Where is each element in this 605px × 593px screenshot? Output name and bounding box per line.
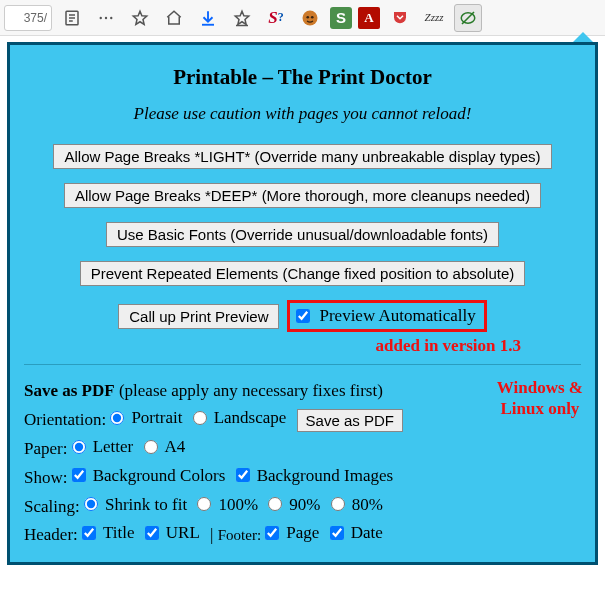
sleep-icon[interactable]: Zzzz xyxy=(420,4,448,32)
deep-breaks-button[interactable]: Allow Page Breaks *DEEP* (More thorough,… xyxy=(64,183,541,208)
paper-label: Paper: xyxy=(24,439,67,458)
svg-point-5 xyxy=(105,16,107,18)
url-checkbox[interactable] xyxy=(145,526,159,540)
more-icon[interactable] xyxy=(92,4,120,32)
scale100-option[interactable]: 100% xyxy=(197,491,258,518)
show-label: Show: xyxy=(24,467,67,486)
save-pdf-button[interactable]: Save as PDF xyxy=(297,409,403,432)
svg-marker-7 xyxy=(133,11,147,24)
pocket-icon[interactable] xyxy=(386,4,414,32)
urlbar-fragment[interactable]: 375/ xyxy=(4,5,52,31)
preview-auto-text: Preview Automatically xyxy=(319,306,475,326)
panel-title: Printable – The Print Doctor xyxy=(24,65,581,90)
date-checkbox[interactable] xyxy=(330,526,344,540)
bookmark-shortcut-icon[interactable] xyxy=(228,4,256,32)
popup-wrapper: Printable – The Print Doctor Please use … xyxy=(0,36,605,572)
orientation-label: Orientation: xyxy=(24,410,106,429)
tampermonkey-icon[interactable] xyxy=(296,4,324,32)
shrink-option[interactable]: Shrink to fit xyxy=(84,491,187,518)
header-label: Header: xyxy=(24,525,78,544)
hf-divider: | xyxy=(210,525,218,544)
svg-point-13 xyxy=(306,15,309,18)
platform-note-line1: Windows & xyxy=(497,378,583,397)
title-checkbox[interactable] xyxy=(82,526,96,540)
letter-option[interactable]: Letter xyxy=(72,433,134,460)
landscape-option[interactable]: Landscape xyxy=(193,404,287,431)
preview-auto-label[interactable]: Preview Automatically xyxy=(287,300,486,332)
bgcolors-checkbox[interactable] xyxy=(72,468,86,482)
portrait-radio[interactable] xyxy=(110,411,124,425)
bgimages-option[interactable]: Background Images xyxy=(236,462,393,489)
urlbar-text: 375/ xyxy=(24,11,47,25)
portrait-option[interactable]: Portrait xyxy=(110,404,182,431)
acrobat-icon[interactable]: A xyxy=(358,7,380,29)
platform-note: Windows & Linux only xyxy=(497,377,583,420)
svg-marker-10 xyxy=(235,11,249,24)
basic-fonts-button[interactable]: Use Basic Fonts (Override unusual/downlo… xyxy=(106,222,499,247)
page-option[interactable]: Page xyxy=(265,519,319,546)
save-pdf-header: Save as PDF xyxy=(24,381,115,400)
print-preview-button[interactable]: Call up Print Preview xyxy=(118,304,279,329)
title-option[interactable]: Title xyxy=(82,519,135,546)
printable-panel: Printable – The Print Doctor Please use … xyxy=(7,42,598,565)
landscape-radio[interactable] xyxy=(193,411,207,425)
bgimages-checkbox[interactable] xyxy=(236,468,250,482)
session-icon[interactable]: S xyxy=(330,7,352,29)
separator xyxy=(24,364,581,365)
warning-text: Please use caution with pages you cannot… xyxy=(24,104,581,124)
prevent-repeated-button[interactable]: Prevent Repeated Elements (Change fixed … xyxy=(80,261,526,286)
home-icon[interactable] xyxy=(160,4,188,32)
browser-toolbar: 375/ S? S A Zzzz xyxy=(0,0,605,36)
letter-radio[interactable] xyxy=(72,440,86,454)
scale80-radio[interactable] xyxy=(331,497,345,511)
a4-radio[interactable] xyxy=(144,440,158,454)
a4-option[interactable]: A4 xyxy=(144,433,186,460)
scale100-radio[interactable] xyxy=(197,497,211,511)
bookmark-star-icon[interactable] xyxy=(126,4,154,32)
preview-auto-checkbox[interactable] xyxy=(296,309,310,323)
scale80-option[interactable]: 80% xyxy=(331,491,383,518)
platform-note-line2: Linux only xyxy=(500,399,579,418)
bgcolors-option[interactable]: Background Colors xyxy=(72,462,226,489)
shrink-radio[interactable] xyxy=(84,497,98,511)
light-breaks-button[interactable]: Allow Page Breaks *LIGHT* (Override many… xyxy=(53,144,551,169)
scaling-label: Scaling: xyxy=(24,496,80,515)
added-note: added in version 1.3 xyxy=(24,336,581,356)
svg-point-4 xyxy=(100,16,102,18)
svg-point-12 xyxy=(303,10,318,25)
stylish-icon[interactable]: S? xyxy=(262,4,290,32)
scale90-radio[interactable] xyxy=(268,497,282,511)
reader-mode-icon[interactable] xyxy=(58,4,86,32)
url-option[interactable]: URL xyxy=(145,519,200,546)
svg-point-6 xyxy=(110,16,112,18)
printable-extension-icon[interactable] xyxy=(454,4,482,32)
pdf-section: Windows & Linux only Save as PDF (please… xyxy=(24,377,581,548)
scale90-option[interactable]: 90% xyxy=(268,491,320,518)
svg-point-14 xyxy=(311,15,314,18)
popup-pointer xyxy=(573,32,593,42)
save-pdf-note: (please apply any necessary fixes first) xyxy=(119,381,383,400)
page-checkbox[interactable] xyxy=(265,526,279,540)
footer-label: Footer: xyxy=(218,527,261,543)
download-icon[interactable] xyxy=(194,4,222,32)
date-option[interactable]: Date xyxy=(330,519,383,546)
